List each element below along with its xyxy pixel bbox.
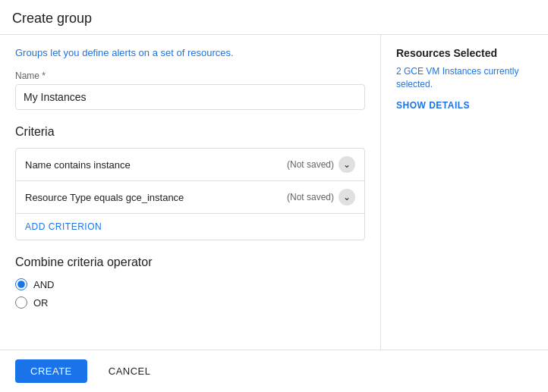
criteria-box: Name contains instance (Not saved) ⌄ Res…: [15, 148, 365, 240]
right-panel: Resources Selected 2 GCE VM Instances cu…: [381, 35, 548, 350]
combine-title: Combine criteria operator: [15, 256, 365, 269]
combine-criteria-section: Combine criteria operator AND OR: [15, 256, 365, 309]
resources-description: 2 GCE VM Instances currently selected.: [396, 65, 533, 91]
page-title: Create group: [12, 11, 92, 26]
radio-or-label: OR: [33, 297, 49, 309]
name-input[interactable]: [15, 84, 365, 110]
main-content: Groups let you define alerts on a set of…: [0, 35, 548, 350]
criteria-row-1: Name contains instance (Not saved) ⌄: [16, 149, 364, 181]
criteria-row-2-status: (Not saved): [287, 192, 334, 202]
criteria-row-2-text: Resource Type equals gce_instance: [25, 192, 287, 203]
footer: CREATE CANCEL: [0, 350, 548, 392]
criteria-row-1-right: (Not saved) ⌄: [287, 156, 355, 173]
criteria-row-2-right: (Not saved) ⌄: [287, 189, 355, 205]
radio-and-label: AND: [33, 279, 54, 290]
criteria-row-1-chevron[interactable]: ⌄: [339, 156, 355, 173]
criteria-section: Criteria Name contains instance (Not sav…: [15, 125, 365, 240]
left-panel: Groups let you define alerts on a set of…: [0, 35, 381, 350]
description-text: Groups let you define alerts on a set of…: [15, 47, 365, 58]
criteria-title: Criteria: [15, 125, 365, 139]
criteria-row-2: Resource Type equals gce_instance (Not s…: [16, 181, 364, 214]
cancel-button[interactable]: CANCEL: [96, 359, 163, 383]
radio-and-input[interactable]: [15, 278, 27, 290]
criteria-row-2-chevron[interactable]: ⌄: [339, 189, 355, 205]
add-criterion-button[interactable]: ADD CRITERION: [16, 214, 364, 240]
radio-group: AND OR: [15, 278, 365, 309]
page-container: Create group Groups let you define alert…: [0, 0, 548, 392]
criteria-row-1-status: (Not saved): [287, 159, 334, 170]
name-field-group: Name *: [15, 71, 365, 110]
radio-or-input[interactable]: [15, 296, 27, 309]
create-button[interactable]: CREATE: [15, 359, 87, 383]
radio-or[interactable]: OR: [15, 296, 365, 309]
show-details-button[interactable]: SHOW DETAILS: [396, 100, 470, 111]
radio-and[interactable]: AND: [15, 278, 365, 290]
criteria-row-1-text: Name contains instance: [25, 159, 287, 171]
name-label: Name *: [15, 71, 365, 81]
resources-title: Resources Selected: [396, 47, 533, 59]
header: Create group: [0, 0, 548, 35]
